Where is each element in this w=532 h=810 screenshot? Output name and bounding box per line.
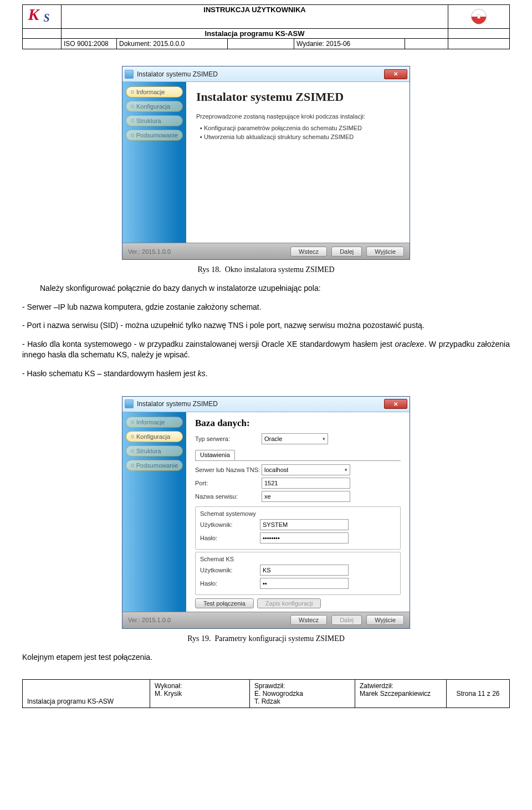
sidebar-item-label: Konfiguracja [136, 103, 170, 110]
paragraph: - Hasło schematu KS – standardowym hasłe… [22, 368, 510, 380]
server-type-combo[interactable]: Oracle▾ [262, 433, 328, 444]
installer-intro: Przeprowadzone zostaną następujące kroki… [196, 112, 400, 142]
svg-rect-0 [478, 15, 480, 19]
server-type-label: Typ serwera: [195, 435, 262, 442]
header-title1: INSTRUKCJA UŻYTKOWNIKA [62, 5, 448, 28]
test-connection-button[interactable]: Test połączenia [195, 598, 254, 608]
sidebar-item-konfiguracja[interactable]: Konfiguracja [126, 431, 183, 442]
sidebar-item-struktura[interactable]: Struktura [126, 115, 183, 126]
system-schema-group: Schemat systemowy Użytkownik: SYSTEM Has… [195, 506, 401, 550]
page-footer: Instalacja programu KS-ASW Wykonał:M. Kr… [22, 679, 510, 708]
header-wydanie: Wydanie: 2015-06 [294, 39, 405, 49]
window-title: Instalator systemu ZSIMED [137, 70, 384, 78]
sidebar-item-podsumowanie[interactable]: Podsumowanie [126, 130, 183, 141]
step-li: Konfiguracji parametrów połączenia do sc… [204, 124, 400, 133]
service-name-input[interactable]: xe [262, 491, 350, 502]
paragraph: - Hasło dla konta systemowego - w przypa… [22, 339, 510, 361]
footer-approved: Zatwierdził:Marek Szczepankiewicz [355, 680, 447, 708]
installer-footer-bar: Ver.: 2015.1.0.0 Wstecz Dalej Wyjście [122, 612, 410, 628]
user-label: Użytkownik: [200, 521, 260, 528]
sidebar-item-struktura[interactable]: Struktura [126, 445, 183, 457]
header-title2: Instalacja programu KS-ASW [62, 29, 448, 38]
logo-ks: KS [23, 5, 62, 28]
sidebar-item-konfiguracja[interactable]: Konfiguracja [126, 101, 183, 112]
paragraph: Należy skonfigurować połącznie do bazy d… [22, 283, 510, 294]
figure-caption-2: Rys 19. Parametry konfiguracji systemu Z… [22, 634, 510, 643]
paragraph: - Serwer –IP lub nazwa komputera, gdzie … [22, 302, 510, 313]
header-dokument: Dokument: 2015.0.0.0 [117, 39, 228, 49]
titlebar[interactable]: Instalator systemu ZSIMED ✕ [122, 397, 410, 412]
tab-ustawienia[interactable]: Ustawienia [195, 450, 235, 460]
version-label: Ver.: 2015.1.0.0 [128, 617, 286, 623]
sidebar-item-label: Struktura [136, 448, 161, 454]
sidebar-item-label: Informacje [136, 89, 165, 95]
paragraph: - Port i nazwa serwisu (SID) - można uzu… [22, 320, 510, 331]
port-label: Port: [195, 480, 262, 486]
user-label: Użytkownik: [200, 567, 260, 573]
footer-doc-name: Instalacja programu KS-ASW [23, 680, 150, 708]
step-li: Utworzenia lub aktualizacji struktury sc… [204, 132, 400, 142]
footer-author: Wykonał:M. Krysik [150, 680, 250, 708]
installer-window-config: Instalator systemu ZSIMED ✕ Informacje K… [122, 396, 410, 629]
sidebar-item-label: Konfiguracja [136, 433, 170, 440]
system-user-input[interactable]: SYSTEM [260, 519, 349, 530]
wizard-sidebar: Informacje Konfiguracja Struktura Podsum… [122, 412, 186, 612]
sidebar-item-label: Podsumowanie [136, 132, 178, 139]
app-icon [125, 70, 134, 79]
config-heading: Baza danych: [195, 418, 401, 429]
page-header: KS INSTRUKCJA UŻYTKOWNIKA Instalacja pro… [22, 4, 510, 49]
installer-window-info: Instalator systemu ZSIMED ✕ Informacje K… [122, 66, 410, 260]
installer-footer-bar: Ver.: 2015.1.0.0 Wstecz Dalej Wyjście [122, 243, 410, 259]
exit-button[interactable]: Wyjście [366, 615, 404, 625]
header-iso: ISO 9001:2008 [62, 39, 117, 49]
chevron-down-icon: ▾ [323, 436, 325, 442]
close-button[interactable]: ✕ [384, 399, 407, 409]
logo-poland [448, 5, 509, 28]
sidebar-item-label: Informacje [136, 419, 165, 425]
close-button[interactable]: ✕ [384, 69, 407, 79]
sidebar-item-informacje[interactable]: Informacje [126, 86, 183, 98]
back-button[interactable]: Wstecz [290, 247, 327, 257]
tab-strip: Ustawienia [195, 450, 401, 461]
paragraph: Kolejnym etapem jest test połączenia. [22, 652, 510, 663]
figure-caption-1: Rys 18. Okno instalatora systemu ZSIMED [22, 265, 510, 274]
ks-schema-group: Schemat KS Użytkownik: KS Hasło: •• [195, 552, 401, 595]
window-title: Instalator systemu ZSIMED [137, 400, 384, 408]
version-label: Ver.: 2015.1.0.0 [128, 248, 286, 255]
sidebar-item-informacje[interactable]: Informacje [126, 417, 183, 428]
system-schema-legend: Schemat systemowy [200, 510, 396, 517]
system-password-input[interactable]: •••••••• [260, 532, 349, 544]
server-tns-input[interactable]: localhost▾ [262, 464, 350, 475]
app-icon [125, 399, 134, 408]
next-button[interactable]: Dalej [331, 615, 362, 625]
back-button[interactable]: Wstecz [290, 615, 327, 625]
port-input[interactable]: 1521 [262, 478, 350, 489]
ks-password-input[interactable]: •• [260, 578, 349, 589]
footer-checked: Sprawdził:E. NowogrodzkaT. Rdzak [250, 680, 355, 708]
chevron-down-icon: ▾ [345, 467, 347, 473]
service-name-label: Nazwa serwisu: [195, 493, 262, 500]
password-label: Hasło: [200, 535, 260, 541]
sidebar-item-podsumowanie[interactable]: Podsumowanie [126, 460, 183, 471]
ks-user-input[interactable]: KS [260, 565, 349, 576]
next-button[interactable]: Dalej [331, 247, 362, 257]
sidebar-item-label: Podsumowanie [136, 462, 178, 469]
password-label: Hasło: [200, 580, 260, 587]
sidebar-item-label: Struktura [136, 117, 161, 124]
exit-button[interactable]: Wyjście [366, 247, 404, 257]
footer-page-number: Strona 11 z 26 [447, 680, 509, 708]
titlebar[interactable]: Instalator systemu ZSIMED ✕ [122, 66, 410, 82]
ks-schema-legend: Schemat KS [200, 556, 396, 562]
wizard-sidebar: Informacje Konfiguracja Struktura Podsum… [122, 82, 186, 243]
installer-heading: Instalator systemu ZSIMED [196, 90, 400, 104]
server-tns-label: Serwer lub Nazwa TNS: [195, 466, 262, 473]
save-config-button[interactable]: Zapis konfiguracji [257, 598, 321, 608]
